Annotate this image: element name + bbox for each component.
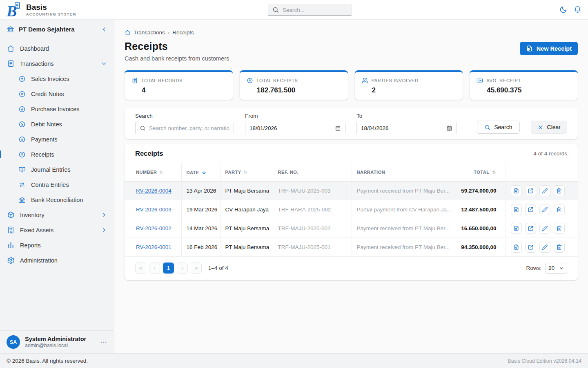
sidebar-item-sales-invoices[interactable]: Sales Invoices	[0, 71, 114, 86]
pencil-icon	[542, 188, 548, 194]
pagination: « ‹ 1 › » 1–4 of 4 Rows: 20	[125, 257, 578, 280]
last-page-button[interactable]: »	[191, 263, 202, 274]
breadcrumb-transactions[interactable]: Transactions	[134, 29, 165, 36]
to-date-input[interactable]: 18/04/2026	[356, 122, 457, 134]
edit-button[interactable]	[539, 242, 550, 253]
external-link-icon	[528, 206, 534, 213]
table-title: Receipts	[135, 150, 163, 157]
open-button[interactable]	[525, 223, 536, 234]
file-search-icon	[513, 188, 519, 194]
filter-search-input[interactable]	[149, 125, 229, 131]
file-search-icon	[513, 225, 519, 231]
view-button[interactable]	[511, 185, 522, 196]
invoice-icon	[131, 77, 138, 84]
breadcrumb: Transactions › Receipts	[125, 29, 578, 36]
clear-button[interactable]: Clear	[531, 121, 567, 134]
sidebar-item-label: Reports	[20, 242, 41, 249]
delete-button[interactable]	[554, 185, 565, 196]
stat-label: AVG. RECEIPT	[486, 77, 521, 84]
calendar-icon[interactable]	[446, 125, 452, 131]
theme-toggle-button[interactable]	[559, 6, 567, 13]
sidebar-item-inventory[interactable]: Inventory	[0, 207, 114, 222]
ref-cell: TRF-MAJU-2025-002	[273, 219, 352, 238]
receipt-number-link[interactable]: RV-2026-0004	[136, 188, 172, 194]
from-label: From	[245, 113, 345, 119]
delete-button[interactable]	[554, 242, 565, 253]
column-header-ref[interactable]: REF. NO.	[273, 163, 352, 182]
top-header: B Basis ACCOUNTING SYSTEM	[0, 0, 588, 20]
first-page-button[interactable]: «	[135, 263, 146, 274]
sidebar-item-receipts[interactable]: Receipts	[0, 147, 114, 162]
delete-button[interactable]	[554, 204, 565, 215]
table-row[interactable]: RV-2026-0001 16 Feb 2026 PT Maju Bersama…	[125, 238, 578, 257]
sidebar-item-debit-notes[interactable]: Debit Notes	[0, 117, 114, 132]
receipt-number-link[interactable]: RV-2026-0003	[136, 206, 172, 213]
sidebar-item-label: Inventory	[20, 212, 45, 218]
edit-button[interactable]	[539, 223, 550, 234]
moon-icon	[559, 6, 567, 13]
bar-chart-icon	[7, 241, 15, 249]
trash-icon	[556, 206, 562, 213]
sidebar-item-bank-reconciliation[interactable]: Bank Reconciliation	[0, 192, 114, 207]
sidebar-item-transactions[interactable]: Transactions	[0, 56, 114, 71]
view-button[interactable]	[511, 223, 522, 234]
sidebar-item-payments[interactable]: Payments	[0, 132, 114, 147]
user-profile[interactable]: SA System Administrator admin@basis.loca…	[0, 330, 114, 353]
total-cell: 94.350.000,00	[456, 238, 506, 257]
open-button[interactable]	[525, 204, 536, 215]
prev-page-button[interactable]: ‹	[149, 263, 160, 274]
view-button[interactable]	[511, 204, 522, 215]
rows-per-page-select[interactable]: 20	[545, 263, 567, 274]
global-search[interactable]	[268, 4, 352, 16]
next-page-button[interactable]: ›	[177, 263, 188, 274]
external-link-icon	[528, 244, 534, 250]
file-search-icon	[513, 206, 519, 213]
open-button[interactable]	[525, 185, 536, 196]
collapse-sidebar-icon[interactable]	[101, 26, 107, 33]
sidebar-item-label: Dashboard	[20, 45, 49, 52]
column-header-narration[interactable]: NARRATION	[352, 163, 456, 182]
party-cell: PT Maju Bersama	[220, 219, 273, 238]
sidebar-item-journal-entries[interactable]: Journal Entries	[0, 162, 114, 177]
sidebar-item-dashboard[interactable]: Dashboard	[0, 41, 114, 56]
sidebar-item-fixed-assets[interactable]: Fixed Assets	[0, 222, 114, 238]
edit-button[interactable]	[539, 185, 550, 196]
open-button[interactable]	[525, 242, 536, 253]
page-1-button[interactable]: 1	[163, 263, 174, 274]
column-header-party[interactable]: PARTY	[220, 163, 273, 182]
sidebar-item-credit-notes[interactable]: Credit Notes	[0, 86, 114, 101]
notifications-button[interactable]	[574, 6, 581, 13]
sidebar-item-label: Bank Reconciliation	[31, 197, 83, 203]
receipt-number-cell: RV-2026-0003	[125, 200, 181, 219]
company-selector[interactable]: PT Demo Sejahtera	[0, 20, 114, 39]
table-row[interactable]: RV-2026-0002 14 Mar 2026 PT Maju Bersama…	[125, 219, 578, 238]
table-row[interactable]: RV-2026-0003 19 Mar 2026 CV Harapan Jaya…	[125, 200, 578, 219]
from-date-input[interactable]: 18/01/2026	[245, 122, 345, 134]
svg-text:B: B	[7, 2, 17, 18]
ellipsis-icon[interactable]	[100, 339, 107, 346]
column-header-total[interactable]: TOTAL	[456, 163, 506, 182]
sidebar-item-reports[interactable]: Reports	[0, 238, 114, 253]
column-header-date[interactable]: DATE	[181, 163, 220, 182]
sidebar-item-administration[interactable]: Administration	[0, 253, 114, 268]
edit-button[interactable]	[539, 204, 550, 215]
view-button[interactable]	[511, 242, 522, 253]
home-icon[interactable]	[125, 29, 131, 36]
sidebar-item-contra-entries[interactable]: Contra Entries	[0, 177, 114, 192]
table-row[interactable]: RV-2026-0004 13 Apr 2026 PT Maju Bersama…	[125, 182, 578, 200]
delete-button[interactable]	[554, 223, 565, 234]
filter-search-field[interactable]	[135, 122, 234, 134]
swap-arrows-icon	[18, 181, 26, 188]
new-receipt-button[interactable]: New Receipt	[520, 42, 578, 55]
narration-cell: Payment received from PT Maju Ber...	[352, 219, 456, 238]
sidebar-item-purchase-invoices[interactable]: Purchase Invoices	[0, 101, 114, 117]
sidebar-item-label: Sales Invoices	[31, 76, 69, 82]
brand-logo[interactable]: B Basis ACCOUNTING SYSTEM	[7, 2, 76, 18]
search-button[interactable]: Search	[477, 121, 519, 134]
receipt-number-link[interactable]: RV-2026-0001	[136, 244, 172, 250]
calendar-icon[interactable]	[335, 125, 341, 131]
receipt-number-link[interactable]: RV-2026-0002	[136, 225, 172, 231]
chevron-right-icon	[101, 227, 107, 233]
column-header-number[interactable]: NUMBER	[125, 163, 181, 182]
global-search-input[interactable]	[283, 7, 347, 13]
